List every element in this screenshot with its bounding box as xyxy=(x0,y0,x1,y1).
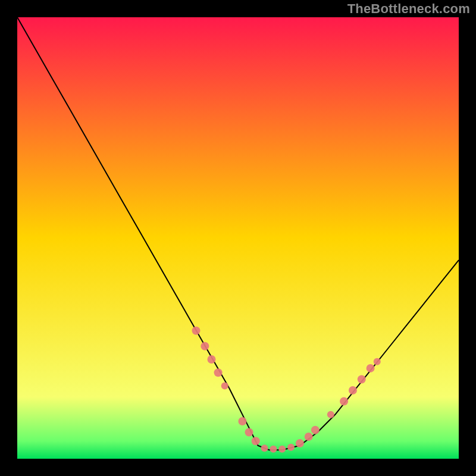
data-marker xyxy=(245,428,253,436)
chart-svg xyxy=(17,17,459,459)
data-marker xyxy=(358,375,366,383)
data-marker xyxy=(327,411,334,418)
data-marker xyxy=(207,355,215,364)
data-marker xyxy=(221,383,228,390)
data-marker xyxy=(252,437,260,445)
data-marker xyxy=(270,446,277,453)
data-marker xyxy=(278,446,286,453)
data-marker xyxy=(374,358,381,365)
data-marker xyxy=(340,397,348,406)
data-marker xyxy=(349,386,357,394)
data-marker xyxy=(261,444,268,452)
data-marker xyxy=(296,439,304,447)
chart-background xyxy=(17,17,459,459)
bottleneck-chart xyxy=(17,17,459,459)
data-marker xyxy=(287,444,295,451)
watermark-text: TheBottleneck.com xyxy=(347,1,470,17)
data-marker xyxy=(305,433,313,441)
data-marker xyxy=(367,364,375,372)
chart-frame: TheBottleneck.com xyxy=(0,0,476,476)
data-marker xyxy=(201,342,209,350)
data-marker xyxy=(192,327,201,335)
data-marker xyxy=(311,426,320,434)
data-marker xyxy=(214,368,223,377)
data-marker xyxy=(238,417,246,425)
